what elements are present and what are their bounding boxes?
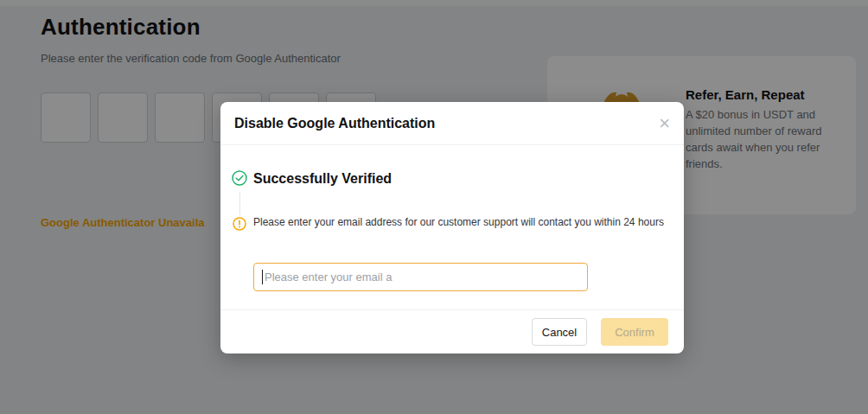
modal-header: Disable Google Authentication × xyxy=(220,102,684,145)
success-status-text: Successfully Verified xyxy=(253,171,392,187)
account-security-page: Authentication Please enter the verifica… xyxy=(0,0,868,414)
email-field-wrapper xyxy=(253,263,588,291)
step-connector-line xyxy=(239,192,240,215)
disable-google-auth-modal: Disable Google Authentication × Successf… xyxy=(220,102,684,353)
text-cursor xyxy=(262,270,263,284)
modal-footer: Cancel Confirm xyxy=(220,309,684,353)
close-icon[interactable]: × xyxy=(659,114,670,133)
success-check-icon xyxy=(232,170,247,186)
email-input[interactable] xyxy=(253,263,588,291)
cancel-button[interactable]: Cancel xyxy=(532,318,587,346)
warning-icon xyxy=(233,217,246,231)
confirm-button[interactable]: Confirm xyxy=(601,318,668,346)
email-instruction-text: Please enter your email address for our … xyxy=(253,215,676,230)
modal-title: Disable Google Authentication xyxy=(234,116,435,131)
